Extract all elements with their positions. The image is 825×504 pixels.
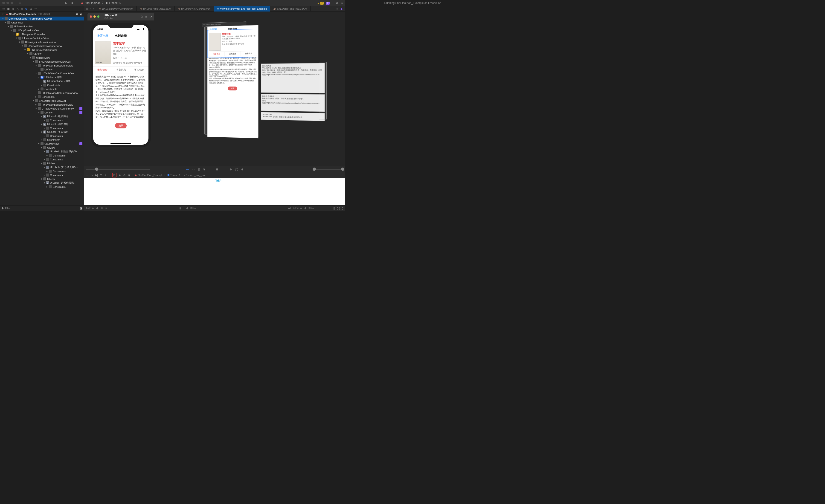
disclosure-icon[interactable]: ▸ [43,158,46,161]
fullscreen-icon[interactable] [11,2,13,4]
disclosure-icon[interactable]: ▾ [21,45,23,48]
issue-badge[interactable]: 2 [326,2,329,4]
output-selector[interactable]: All Output ≎ [288,207,302,209]
tree-node[interactable]: ▸Constraints [0,87,84,91]
disclosure-icon[interactable]: ▾ [2,13,4,16]
disclosure-icon[interactable]: ▾ [43,150,46,153]
disclosure-icon[interactable]: ▾ [38,111,40,114]
tree-node[interactable]: ▾UITableView [0,56,84,60]
tab-intro[interactable]: 电影简介 [93,67,111,73]
disclosure-icon[interactable]: ▸ [46,170,48,173]
fullscreen-icon[interactable] [97,15,99,18]
minimize-icon[interactable] [6,2,9,4]
back-button[interactable]: ‹ 推荐电影 [95,34,108,38]
run-button-icon[interactable]: ▶ [65,1,67,5]
disclosure-icon[interactable]: ▾ [2,17,4,20]
tree-node[interactable]: ▸Constraints [0,154,84,157]
tree-node[interactable]: ▸_UISystemBackgroundView [0,103,84,106]
plus-icon[interactable]: + [332,1,333,5]
disclosure-icon[interactable]: ▸ [46,154,48,157]
disclosure-icon[interactable]: ▾ [18,40,21,44]
tree-node[interactable]: ▾LUILabel - 演员信息 [0,122,84,126]
tree-node[interactable]: ▾UIView [0,161,84,165]
disclosure-icon[interactable]: ▾ [41,177,43,180]
editor-tab[interactable]: ⧉View hierarchy for ShoPiaoPiao_Example [214,6,270,11]
tree-node[interactable]: ▾CBKEIntroViewController [0,48,84,52]
tree-node[interactable]: LUIButtonLabel - 购票 [0,79,84,83]
tree-node[interactable]: ▾UILayoutContainerView [0,36,84,40]
panel-icon[interactable]: ▭ [341,1,343,5]
view-hierarchy-tree[interactable]: ▾UIWindowScene - (Foreground Active)▾UIW… [0,17,84,205]
grid-icon[interactable]: ⊞ [216,168,218,171]
issue-badge[interactable]: 1 [79,142,82,145]
nav-icon[interactable]: ⊟ [30,7,32,10]
location-icon[interactable]: ◉ [128,174,130,177]
variables-view[interactable] [84,178,213,205]
tree-node[interactable]: ▸Constraints [0,95,84,99]
view-debugger-canvas[interactable]: iPhone 12 iOS 14.4 ⎙ ⌂ ⟳ 10:08 ▬ ⋮ ▮ [84,11,345,166]
icon[interactable]: ≡ [105,207,107,210]
process-header[interactable]: ▾ ◆ ShoPiaoPiao_Example PID 23040 ◉ ▣ [0,11,84,17]
segmented-tabs[interactable]: 电影简介 演员信息 更多信息 [93,66,148,73]
sidebar-toggle-icon[interactable]: ☰ [19,1,21,5]
debug-breadcrumb[interactable]: ◆ ShoPiaoPiao_Example 〉 ⬢ Thread 1 〉 ▫ 0… [135,173,206,177]
tree-node[interactable]: ▾UINavigationTransitionView [0,40,84,44]
tree-node[interactable]: ▾BKEPurchaseTableViewCell [0,60,84,64]
disclosure-icon[interactable]: ▸ [35,95,37,98]
tree-node[interactable]: ▾LUILabel - 电影简介 [0,114,84,118]
tab-more[interactable]: 更多信息 [130,67,148,73]
panel-icon[interactable]: ▯ [333,207,335,210]
nav-icon[interactable]: △ [17,7,19,10]
tree-node[interactable]: _UITableViewCellSeparatorView [0,91,84,95]
tree-node[interactable]: ▾_UISystemBackgroundView [0,64,84,67]
disclosure-icon[interactable]: ▾ [43,166,46,169]
disclosure-icon[interactable]: ▸ [43,119,46,122]
icon[interactable]: ⊕ [96,207,98,210]
disclosure-icon[interactable]: ▾ [41,162,43,165]
step-over-icon[interactable]: ↷ [100,174,102,177]
issue-badge[interactable]: 1 [79,111,82,114]
close-icon[interactable] [90,15,92,18]
disclosure-icon[interactable]: ▾ [10,29,12,32]
nav-icon[interactable]: ◇ [21,7,23,10]
nav-icon[interactable]: ⊘ [12,7,14,10]
tab-cast[interactable]: 演员信息 [111,67,130,73]
warning-badge[interactable]: ▲ 7 [317,2,324,4]
disclosure-icon[interactable]: ▾ [38,76,40,79]
cube-icon[interactable]: ▣ [79,12,82,16]
disclosure-icon[interactable]: ▾ [38,142,40,145]
tree-node[interactable]: ▸Constraints [0,157,84,161]
inspector-toggle-icon[interactable]: ▲ [340,7,343,10]
tree-node[interactable]: ▸Constraints [0,138,84,142]
console-filter-input[interactable] [308,207,331,209]
zoom-in-icon[interactable]: ⊕ [241,168,243,171]
edge-layer[interactable] [319,62,327,119]
disclosure-icon[interactable]: ▸ [43,174,46,176]
tree-node[interactable]: UIView [0,67,84,71]
home-icon[interactable]: ⌂ [145,15,147,18]
disclosure-icon[interactable]: ▾ [13,33,15,36]
disclosure-icon[interactable]: ▸ [46,185,48,188]
nav-icon[interactable]: ⋯ [34,7,37,10]
variables-filter-input[interactable] [191,207,286,209]
disclosure-icon[interactable]: ▾ [41,146,43,149]
tree-node[interactable]: ▸Constraints [0,134,84,138]
mode-icon[interactable]: ▦ [198,168,200,171]
tree-node[interactable]: ▾UIViewControllerWrapperView [0,44,84,48]
spacing-slider[interactable] [86,169,150,170]
tree-node[interactable]: ▾UITableViewCellContentView1 [0,106,84,110]
debug-nav-icon[interactable]: ⧉ [25,7,27,10]
side-panel[interactable]: Jackie Brown Jackie Brown（同名）加拿大,安大略省,奥顿… [261,112,325,121]
tree-node[interactable]: ▸Constraints [0,169,84,173]
tree-node[interactable]: ▾UIView [0,177,84,181]
disclosure-icon[interactable]: ▸ [35,103,37,106]
eye-icon[interactable]: ◉ [76,12,78,16]
tree-node[interactable]: ▾UITableViewCellContentView [0,71,84,75]
tree-node[interactable]: ▾UIWindowScene - (Foreground Active) [0,17,84,20]
view-debug-icon[interactable]: ⧉ [112,173,117,177]
nav-icon[interactable]: ▣ [7,7,10,10]
editor-tab[interactable]: mBKEDetailTableViewCell.m [270,6,310,11]
disclosure-icon[interactable]: ▾ [41,123,43,125]
related-items-icon[interactable]: ▤ [86,7,88,10]
tree-node[interactable]: ▾LUILabel - 赶紧购票吧！ [0,181,84,185]
